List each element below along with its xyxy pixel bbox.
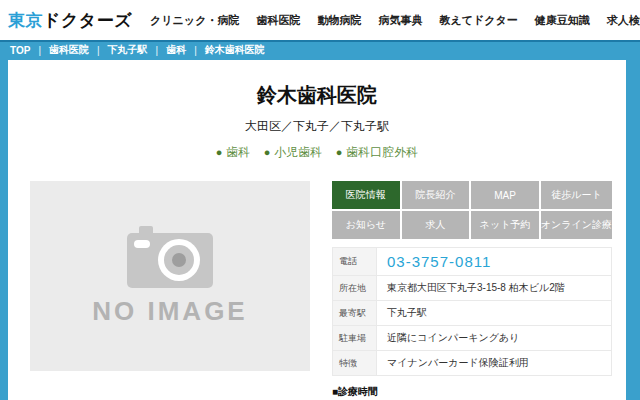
no-image-label: NO IMAGE <box>92 296 247 327</box>
info-label-station: 最寄駅 <box>333 301 377 326</box>
phone-number-link[interactable]: 03-3757-0811 <box>377 248 612 276</box>
main-columns: NO IMAGE 医院情報 院長紹介 MAP 徒歩ルート お知らせ 求人 ネット… <box>8 181 626 400</box>
table-row: 所在地 東京都大田区下丸子3-15-8 柏木ビル2階 <box>333 276 612 301</box>
green-dot-icon: ● <box>336 146 343 158</box>
nav-item-job-search[interactable]: 求人検索 <box>607 13 640 28</box>
info-value-parking: 近隣にコインパーキングあり <box>377 326 612 351</box>
site-header: 東京ドクターズ クリニック・病院 歯科医院 動物病院 病気事典 教えてドクター … <box>0 0 640 40</box>
breadcrumb-item-current: 鈴木歯科医院 <box>205 43 265 57</box>
tab-news[interactable]: お知らせ <box>332 211 400 239</box>
breadcrumb-separator: | <box>38 45 41 56</box>
tab-map[interactable]: MAP <box>471 181 539 209</box>
breadcrumb-item-station[interactable]: 下丸子駅 <box>108 43 148 57</box>
site-logo[interactable]: 東京ドクターズ <box>8 9 132 32</box>
info-value-features: マイナンバーカード保険証利用 <box>377 351 612 376</box>
department-tag: ●歯科口腔外科 <box>336 145 419 159</box>
breadcrumb: TOP | 歯科医院 | 下丸子駅 | 歯科 | 鈴木歯科医院 <box>0 40 640 58</box>
tab-jobs[interactable]: 求人 <box>402 211 470 239</box>
breadcrumb-separator: | <box>156 45 159 56</box>
camera-icon <box>127 226 213 288</box>
tab-director[interactable]: 院長紹介 <box>402 181 470 209</box>
nav-item-ask-doctor[interactable]: 教えてドクター <box>439 13 517 28</box>
department-tags: ●歯科 ●小児歯科 ●歯科口腔外科 <box>8 144 626 161</box>
tab-clinic-info[interactable]: 医院情報 <box>332 181 400 209</box>
detail-tabs: 医院情報 院長紹介 MAP 徒歩ルート お知らせ 求人 ネット予約 オンライン診… <box>332 181 612 239</box>
info-label-address: 所在地 <box>333 276 377 301</box>
nav-item-dental[interactable]: 歯科医院 <box>256 13 300 28</box>
info-label-parking: 駐車場 <box>333 326 377 351</box>
nav-item-health-tips[interactable]: 健康豆知識 <box>535 13 590 28</box>
nav-item-clinics[interactable]: クリニック・病院 <box>150 13 239 28</box>
breadcrumb-item-top[interactable]: TOP <box>10 45 30 56</box>
clinic-info-table: 電話 03-3757-0811 所在地 東京都大田区下丸子3-15-8 柏木ビル… <box>332 247 612 376</box>
tab-online-booking[interactable]: ネット予約 <box>471 211 539 239</box>
page-title: 鈴木歯科医院 <box>8 82 626 109</box>
logo-part-tokyo: 東京 <box>8 11 43 30</box>
nav-item-animal[interactable]: 動物病院 <box>317 13 361 28</box>
breadcrumb-separator: | <box>194 45 197 56</box>
info-label-phone: 電話 <box>333 248 377 276</box>
department-tag: ●小児歯科 <box>264 145 323 159</box>
content-card: 鈴木歯科医院 大田区／下丸子／下丸子駅 ●歯科 ●小児歯科 ●歯科口腔外科 NO… <box>8 60 626 400</box>
clinic-area: 大田区／下丸子／下丸子駅 <box>8 118 626 135</box>
breadcrumb-separator: | <box>97 45 100 56</box>
nav-item-disease[interactable]: 病気事典 <box>378 13 422 28</box>
table-row: 電話 03-3757-0811 <box>333 248 612 276</box>
tab-walk-route[interactable]: 徒歩ルート <box>541 181 612 209</box>
table-row: 駐車場 近隣にコインパーキングあり <box>333 326 612 351</box>
breadcrumb-item-dental[interactable]: 歯科医院 <box>49 43 89 57</box>
green-dot-icon: ● <box>216 146 223 158</box>
breadcrumb-item-shika[interactable]: 歯科 <box>166 43 186 57</box>
logo-part-doctors: ドクターズ <box>43 11 132 30</box>
top-navigation: クリニック・病院 歯科医院 動物病院 病気事典 教えてドクター 健康豆知識 求人… <box>150 13 640 28</box>
hours-section-title: ■診療時間 <box>332 385 612 399</box>
info-value-station: 下丸子駅 <box>377 301 612 326</box>
info-label-features: 特徴 <box>333 351 377 376</box>
table-row: 最寄駅 下丸子駅 <box>333 301 612 326</box>
tab-online-consult[interactable]: オンライン診療 <box>541 211 612 239</box>
no-image-placeholder: NO IMAGE <box>30 181 310 371</box>
table-row: 特徴 マイナンバーカード保険証利用 <box>333 351 612 376</box>
clinic-detail-panel: 医院情報 院長紹介 MAP 徒歩ルート お知らせ 求人 ネット予約 オンライン診… <box>332 181 612 400</box>
info-value-address: 東京都大田区下丸子3-15-8 柏木ビル2階 <box>377 276 612 301</box>
department-tag: ●歯科 <box>216 145 251 159</box>
green-dot-icon: ● <box>264 146 271 158</box>
